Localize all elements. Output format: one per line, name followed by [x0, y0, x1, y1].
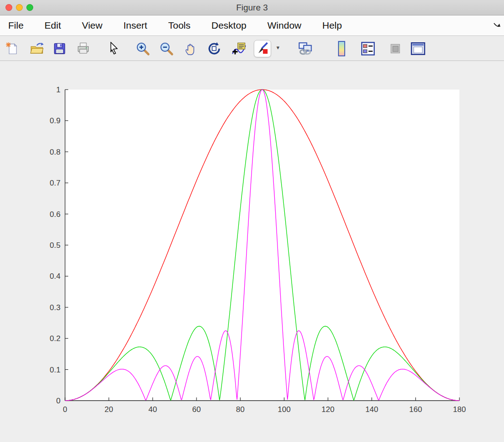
window-titlebar: Figure 3: [0, 0, 504, 15]
x-tick-label: 100: [277, 405, 290, 414]
y-tick-label: 0.8: [50, 148, 60, 156]
menu-tools[interactable]: Tools: [168, 20, 191, 31]
edit-plot-button[interactable]: [105, 40, 122, 57]
figure-canvas: 02040608010012014016018000.10.20.30.40.5…: [0, 61, 504, 442]
data-cursor-icon: [232, 41, 247, 56]
x-tick-label: 120: [322, 405, 334, 414]
dock-figure-button[interactable]: [409, 40, 427, 57]
x-tick-label: 80: [236, 405, 245, 414]
y-tick-label: 0.1: [50, 366, 60, 374]
y-tick-label: 0.7: [50, 179, 60, 187]
zoom-in-button[interactable]: [134, 40, 151, 57]
figure-toolbar: ▾: [0, 36, 504, 61]
zoom-in-icon: [136, 41, 150, 56]
save-floppy-icon: [53, 42, 66, 55]
disabled-square-icon: [388, 42, 402, 55]
colorbar-icon: [337, 41, 347, 56]
link-plot-button[interactable]: [297, 40, 314, 57]
x-tick-label: 140: [365, 405, 378, 414]
pan-hand-icon: [184, 41, 197, 56]
window-title: Figure 3: [0, 0, 504, 15]
menu-insert[interactable]: Insert: [123, 20, 147, 31]
x-tick-label: 20: [105, 405, 113, 414]
menu-file[interactable]: File: [8, 20, 24, 31]
rotate-3d-button[interactable]: [206, 40, 223, 57]
dock-figure-icon: [410, 42, 426, 55]
y-tick-label: 0.9: [50, 116, 60, 125]
zoom-out-icon: [159, 41, 174, 56]
plot-tools-disabled-button: [387, 40, 404, 57]
new-figure-button[interactable]: [4, 40, 21, 57]
open-file-button[interactable]: [28, 40, 45, 57]
plot-axes[interactable]: 02040608010012014016018000.10.20.30.40.5…: [0, 61, 504, 442]
pan-button[interactable]: [182, 40, 199, 57]
link-plot-icon: [297, 42, 313, 55]
x-tick-label: 60: [192, 405, 201, 414]
save-figure-button[interactable]: [51, 40, 68, 57]
x-tick-label: 0: [63, 405, 67, 414]
y-tick-label: 0.4: [50, 272, 60, 281]
y-tick-label: 0.3: [50, 303, 60, 312]
x-tick-label: 160: [409, 405, 422, 414]
menubar-overflow-icon[interactable]: [493, 22, 501, 29]
plot-background: [65, 90, 459, 401]
new-document-icon: [5, 42, 19, 55]
data-cursor-button[interactable]: [231, 40, 248, 57]
print-figure-button[interactable]: [75, 40, 92, 57]
insert-legend-button[interactable]: [359, 40, 377, 57]
insert-colorbar-button[interactable]: [333, 40, 350, 57]
y-tick-label: 0.5: [50, 241, 60, 250]
x-tick-label: 40: [148, 405, 157, 414]
menu-window[interactable]: Window: [267, 20, 302, 31]
y-tick-label: 1: [56, 85, 60, 94]
zoom-out-button[interactable]: [158, 40, 175, 57]
x-tick-label: 180: [453, 405, 466, 414]
menu-bar: File Edit View Insert Tools Desktop Wind…: [0, 15, 504, 36]
brush-icon: [256, 42, 269, 55]
printer-icon: [76, 42, 91, 55]
brush-data-button[interactable]: [254, 40, 271, 57]
brush-dropdown-arrow-icon[interactable]: ▾: [275, 44, 281, 51]
legend-icon: [361, 41, 375, 56]
menu-view[interactable]: View: [82, 20, 102, 31]
edit-plot-pointer-icon: [108, 42, 118, 55]
menu-help[interactable]: Help: [322, 20, 342, 31]
figure-window: Figure 3 File Edit View Insert Tools Des…: [0, 0, 504, 442]
menu-edit[interactable]: Edit: [45, 20, 61, 31]
menu-desktop[interactable]: Desktop: [212, 20, 247, 31]
y-tick-label: 0.6: [50, 210, 60, 219]
open-folder-icon: [30, 42, 44, 55]
y-tick-label: 0: [56, 397, 60, 405]
rotate-3d-icon: [207, 41, 222, 56]
y-tick-label: 0.2: [50, 334, 60, 343]
